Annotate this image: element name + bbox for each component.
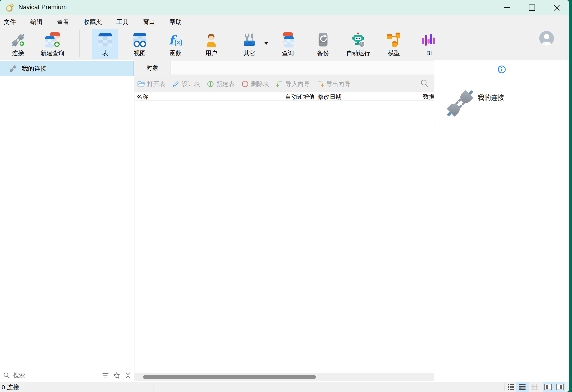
design-table-button[interactable]: 设计表	[172, 80, 200, 88]
column-header-data[interactable]: 数据	[423, 93, 434, 100]
filter-icon[interactable]	[102, 373, 109, 378]
menu-file[interactable]: 文件	[4, 18, 16, 26]
toolbar-backup-label: 备份	[317, 49, 329, 57]
toolbar-model-label: 模型	[388, 49, 400, 57]
column-header-auto-increment[interactable]: 自动递增值	[268, 93, 315, 100]
connections-sidebar: 我的连接	[0, 60, 134, 382]
delete-table-icon	[241, 80, 249, 88]
detail-grid-view-button[interactable]	[529, 382, 540, 392]
column-header-modified-date[interactable]: 修改日期	[318, 93, 341, 100]
panel-right-icon	[556, 384, 564, 390]
toolbar-table-button[interactable]: 表	[92, 29, 118, 59]
sidebar-search-input[interactable]	[13, 372, 98, 379]
others-icon	[241, 32, 257, 49]
new-table-icon	[207, 80, 214, 88]
toolbar-bi-label: BI	[426, 49, 432, 57]
plug-icon	[8, 64, 18, 73]
toolbar-table-label: 表	[102, 49, 108, 57]
sidebar-item-my-connection[interactable]: 我的连接	[0, 61, 133, 76]
status-bar: 0 连接	[0, 382, 569, 392]
automation-icon	[350, 32, 366, 49]
import-wizard-button[interactable]: 导入向导	[276, 80, 310, 88]
column-separator[interactable]	[392, 93, 392, 99]
menu-help[interactable]: 帮助	[170, 18, 182, 26]
menu-window[interactable]: 窗口	[143, 18, 155, 26]
delete-table-button[interactable]: 删除表	[241, 80, 269, 88]
details-connection-name: 我的连接	[478, 93, 504, 102]
menu-bar: 文件 编辑 查看 收藏夹 工具 窗口 帮助	[0, 15, 569, 29]
toggle-left-panel-button[interactable]	[543, 382, 554, 392]
backup-icon	[315, 32, 331, 49]
maximize-button[interactable]	[523, 0, 541, 15]
object-toolbar: 打开表 设计表 新建表	[134, 76, 434, 92]
object-search-icon[interactable]	[420, 79, 429, 88]
tab-strip-empty-area	[171, 61, 434, 75]
desktop-background: Navicat Premium 文件 编辑 查看 收藏夹 工具 窗口 帮助	[0, 0, 572, 392]
menu-view[interactable]: 查看	[57, 18, 69, 26]
horizontal-scrollbar-thumb[interactable]	[143, 375, 316, 379]
user-avatar[interactable]	[539, 31, 554, 46]
favorites-star-icon[interactable]	[113, 372, 120, 379]
statusbar-divider	[154, 383, 154, 391]
detail-grid-view-icon	[531, 384, 538, 390]
toolbar-automation-button[interactable]: 自动运行	[341, 29, 375, 59]
view-icon	[132, 32, 148, 49]
column-header-name[interactable]: 名称	[137, 93, 148, 100]
new-table-button[interactable]: 新建表	[207, 80, 235, 88]
toolbar-user-button[interactable]: 用户	[198, 29, 224, 59]
design-table-icon	[172, 80, 180, 88]
export-wizard-button[interactable]: 导出向导	[317, 80, 351, 88]
info-icon[interactable]	[497, 65, 506, 74]
toggle-right-panel-button[interactable]	[554, 382, 565, 392]
toolbar-new-query-label: 新建查询	[41, 49, 64, 57]
collapse-all-icon[interactable]	[125, 372, 131, 379]
table-list-empty-area	[134, 100, 434, 373]
grid-view-icon	[507, 384, 514, 390]
grid-view-button[interactable]	[506, 382, 516, 392]
model-icon	[386, 32, 402, 49]
user-icon	[203, 32, 219, 49]
menu-tools[interactable]: 工具	[116, 18, 128, 26]
toolbar-others-label: 其它	[243, 49, 255, 57]
sidebar-item-label: 我的连接	[22, 65, 47, 73]
menu-edit[interactable]: 编辑	[30, 18, 43, 26]
close-button[interactable]	[548, 0, 566, 15]
toolbar-query-button[interactable]: 查询	[275, 29, 301, 59]
panel-left-icon	[544, 384, 552, 390]
app-title: Navicat Premium	[18, 3, 67, 11]
menu-favorites[interactable]: 收藏夹	[83, 18, 102, 26]
toolbar-bi-button[interactable]: BI	[416, 29, 442, 59]
search-icon	[3, 372, 10, 379]
sidebar-search-bar	[0, 369, 134, 382]
table-icon	[97, 32, 113, 49]
connection-plug-icon	[441, 84, 479, 123]
connection-icon	[10, 32, 26, 49]
app-window: Navicat Premium 文件 编辑 查看 收藏夹 工具 窗口 帮助	[0, 0, 569, 392]
toolbar-view-button[interactable]: 视图	[127, 29, 153, 59]
tab-strip: 对象	[134, 60, 434, 76]
toolbar-function-button[interactable]: f(x) 函数	[163, 29, 189, 59]
others-dropdown-icon[interactable]	[265, 42, 268, 45]
details-panel: 我的连接	[434, 60, 569, 382]
new-query-icon	[44, 32, 61, 49]
minimize-button[interactable]	[498, 0, 516, 15]
toolbar-others-button[interactable]: 其它	[237, 29, 262, 59]
horizontal-scrollbar[interactable]	[134, 373, 434, 381]
column-separator[interactable]	[316, 93, 316, 99]
navicat-logo-icon	[5, 3, 15, 13]
toolbar-view-label: 视图	[134, 49, 146, 57]
list-view-button[interactable]	[516, 382, 529, 392]
title-bar: Navicat Premium	[0, 0, 569, 15]
toolbar-user-label: 用户	[205, 49, 217, 57]
toolbar-connection-label: 连接	[12, 49, 24, 57]
toolbar-model-button[interactable]: 模型	[381, 29, 407, 59]
toolbar-new-query-button[interactable]: 新建查询	[32, 29, 72, 59]
tab-objects[interactable]: 对象	[134, 60, 170, 76]
import-wizard-icon	[276, 80, 284, 88]
list-view-icon	[519, 384, 526, 390]
toolbar-connection-button[interactable]: 连接	[5, 29, 31, 59]
open-table-button[interactable]: 打开表	[137, 80, 165, 88]
toolbar-backup-button[interactable]: 备份	[310, 29, 336, 59]
table-header-row: 名称 自动递增值 修改日期 数据	[134, 92, 434, 100]
query-icon	[280, 32, 296, 49]
